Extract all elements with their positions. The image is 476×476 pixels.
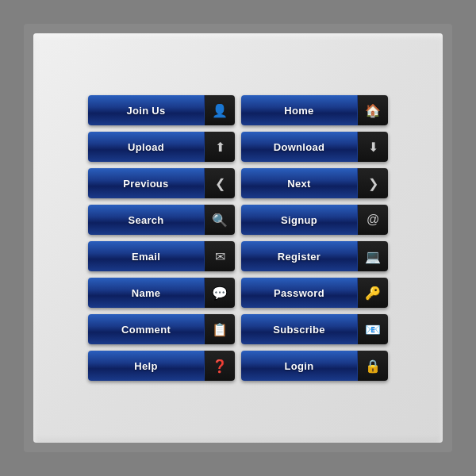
email-icon: ✉	[205, 241, 235, 271]
email-label: Email	[88, 241, 205, 271]
name-icon: 💬	[205, 278, 235, 308]
previous-button[interactable]: Previous❮	[88, 168, 235, 198]
search-label: Search	[88, 205, 205, 235]
password-button[interactable]: Password🔑	[241, 278, 388, 308]
name-label: Name	[88, 278, 205, 308]
search-icon: 🔍	[205, 205, 235, 235]
password-icon: 🔑	[358, 278, 388, 308]
download-icon: ⬇	[358, 132, 388, 162]
comment-icon: 📋	[205, 314, 235, 344]
password-label: Password	[241, 278, 358, 308]
email-button[interactable]: Email✉	[88, 241, 235, 271]
next-icon: ❯	[358, 168, 388, 198]
buttons-grid: Join Us👤Home🏠Upload⬆Download⬇Previous❮Ne…	[72, 79, 404, 397]
upload-icon: ⬆	[205, 132, 235, 162]
login-icon: 🔒	[358, 351, 388, 381]
previous-label: Previous	[88, 168, 205, 198]
help-icon: ❓	[205, 351, 235, 381]
join-us-label: Join Us	[88, 95, 205, 125]
comment-label: Comment	[88, 314, 205, 344]
next-button[interactable]: Next❯	[241, 168, 388, 198]
home-button[interactable]: Home🏠	[241, 95, 388, 125]
download-label: Download	[241, 132, 358, 162]
register-icon: 💻	[358, 241, 388, 271]
outer-frame: Join Us👤Home🏠Upload⬆Download⬇Previous❮Ne…	[24, 24, 452, 452]
login-button[interactable]: Login🔒	[241, 351, 388, 381]
download-button[interactable]: Download⬇	[241, 132, 388, 162]
signup-button[interactable]: Signup@	[241, 205, 388, 235]
join-us-button[interactable]: Join Us👤	[88, 95, 235, 125]
next-label: Next	[241, 168, 358, 198]
register-label: Register	[241, 241, 358, 271]
join-us-icon: 👤	[205, 95, 235, 125]
home-icon: 🏠	[358, 95, 388, 125]
subscribe-label: Subscribe	[241, 314, 358, 344]
name-button[interactable]: Name💬	[88, 278, 235, 308]
previous-icon: ❮	[205, 168, 235, 198]
signup-label: Signup	[241, 205, 358, 235]
upload-label: Upload	[88, 132, 205, 162]
subscribe-button[interactable]: Subscribe📧	[241, 314, 388, 344]
login-label: Login	[241, 351, 358, 381]
home-label: Home	[241, 95, 358, 125]
upload-button[interactable]: Upload⬆	[88, 132, 235, 162]
register-button[interactable]: Register💻	[241, 241, 388, 271]
inner-panel: Join Us👤Home🏠Upload⬆Download⬇Previous❮Ne…	[33, 33, 443, 443]
help-button[interactable]: Help❓	[88, 351, 235, 381]
search-button[interactable]: Search🔍	[88, 205, 235, 235]
comment-button[interactable]: Comment📋	[88, 314, 235, 344]
signup-icon: @	[358, 205, 388, 235]
help-label: Help	[88, 351, 205, 381]
subscribe-icon: 📧	[358, 314, 388, 344]
